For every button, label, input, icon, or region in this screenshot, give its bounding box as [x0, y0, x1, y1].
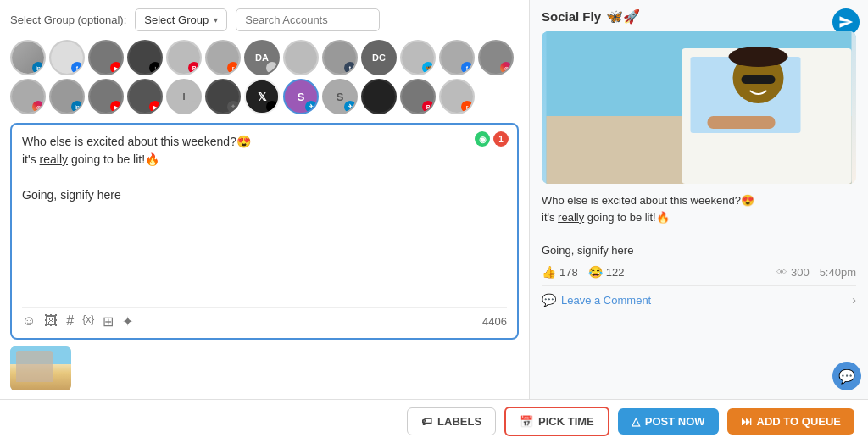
- account-avatar[interactable]: P: [166, 40, 202, 75]
- account-avatar[interactable]: f: [49, 40, 85, 75]
- post-now-button[interactable]: △ POST NOW: [618, 408, 719, 435]
- account-avatar[interactable]: ♪: [127, 40, 163, 75]
- account-avatar[interactable]: 𝕏: [244, 79, 280, 114]
- compose-toolbar: ☺ 🖼 # {x} ⊞ ✦ 4406: [22, 307, 507, 329]
- group-label: Select Group (optional):: [10, 14, 126, 26]
- account-avatar[interactable]: t: [322, 40, 358, 75]
- account-avatar[interactable]: I: [166, 79, 202, 114]
- compose-line1: Who else is excited about this weekend?😍: [22, 133, 507, 151]
- preview-image: [542, 31, 856, 184]
- account-avatar[interactable]: r: [205, 40, 241, 75]
- account-avatar[interactable]: P: [400, 79, 436, 114]
- account-avatar[interactable]: in: [49, 79, 85, 114]
- chevron-right-icon: ›: [852, 293, 856, 307]
- sparkle-icon[interactable]: ✦: [122, 313, 133, 329]
- time-stat: 5:40pm: [820, 266, 856, 279]
- account-avatar[interactable]: ◎: [10, 79, 46, 114]
- toolbar-icons: ☺ 🖼 # {x} ⊞ ✦: [22, 313, 133, 329]
- account-avatar[interactable]: S ✈: [283, 79, 319, 114]
- char-count: 4406: [482, 315, 507, 328]
- haha-stat: 😂 122: [588, 265, 625, 279]
- right-panel: Social Fly 🦋🚀: [530, 0, 868, 399]
- account-avatar[interactable]: ▶: [88, 79, 124, 114]
- svg-rect-8: [708, 116, 776, 129]
- preview-stats: 👍 178 😂 122 👁 300 5:40pm: [542, 265, 856, 279]
- account-avatar[interactable]: 🦋: [400, 40, 436, 75]
- compose-area[interactable]: ◉ 1 Who else is excited about this weeke…: [10, 123, 519, 340]
- labels-button[interactable]: 🏷 LABELS: [407, 407, 496, 435]
- send-icon: △: [632, 415, 640, 428]
- top-bar: Select Group (optional): Select Group ▾: [10, 8, 519, 31]
- select-group-button[interactable]: Select Group ▾: [135, 8, 227, 31]
- account-avatar[interactable]: DA: [244, 40, 280, 75]
- compose-line2: it's really going to be lit!🔥: [22, 151, 507, 169]
- preview-header: Social Fly 🦋🚀: [542, 8, 856, 25]
- thumbnail-row: [10, 346, 519, 390]
- comment-row[interactable]: 💬 Leave a Comment ›: [542, 285, 856, 313]
- emoji-icon[interactable]: ☺: [22, 313, 36, 329]
- preview-title: Social Fly: [542, 9, 601, 24]
- account-avatar[interactable]: DC: [361, 40, 397, 75]
- account-avatar[interactable]: ✦: [205, 79, 241, 114]
- labels-icon: 🏷: [421, 415, 432, 428]
- grid-icon[interactable]: ⊞: [103, 313, 114, 329]
- comment-label: Leave a Comment: [561, 294, 852, 307]
- compose-indicators: ◉ 1: [475, 131, 509, 147]
- bottom-bar: 🏷 LABELS 📅 PICK TIME △ POST NOW ⏭ ADD TO…: [0, 399, 868, 443]
- compose-text[interactable]: Who else is excited about this weekend?😍…: [22, 133, 507, 301]
- account-avatar[interactable]: in: [10, 40, 46, 75]
- calendar-icon: 📅: [520, 415, 533, 428]
- account-avatar[interactable]: r: [439, 79, 475, 114]
- select-group-text: Select Group: [144, 14, 209, 26]
- variable-icon[interactable]: {x}: [82, 313, 94, 329]
- account-avatar[interactable]: [283, 40, 319, 75]
- add-to-queue-button[interactable]: ⏭ ADD TO QUEUE: [727, 408, 854, 435]
- comment-icon: 💬: [542, 293, 556, 307]
- red-indicator: 1: [493, 131, 509, 147]
- views-stat: 👁 300: [776, 266, 810, 279]
- svg-rect-6: [737, 48, 780, 65]
- like-stat: 👍 178: [542, 265, 578, 279]
- compose-line4: Going, signify here: [22, 186, 507, 204]
- account-avatar[interactable]: ▶: [127, 79, 163, 114]
- pick-time-button[interactable]: 📅 PICK TIME: [504, 407, 609, 436]
- queue-icon: ⏭: [741, 415, 752, 428]
- left-panel: Select Group (optional): Select Group ▾ …: [0, 0, 530, 399]
- preview-text: Who else is excited about this weekend?😍…: [542, 192, 856, 258]
- account-avatar[interactable]: ▶: [88, 40, 124, 75]
- chevron-down-icon: ▾: [214, 15, 218, 25]
- account-avatar[interactable]: [361, 79, 397, 114]
- search-accounts-input[interactable]: [236, 8, 380, 31]
- account-avatar[interactable]: ◎: [478, 40, 514, 75]
- svg-rect-7: [742, 75, 776, 84]
- account-avatar[interactable]: S ✈: [322, 79, 358, 114]
- image-thumbnail[interactable]: [10, 346, 71, 390]
- accounts-grid: in f ▶ ♪ P r DA: [10, 40, 519, 114]
- chat-fab[interactable]: 💬: [832, 362, 861, 390]
- hashtag-icon[interactable]: #: [66, 313, 74, 329]
- image-icon[interactable]: 🖼: [44, 313, 58, 329]
- green-indicator: ◉: [475, 131, 490, 147]
- account-avatar[interactable]: f: [439, 40, 475, 75]
- preview-title-emoji: 🦋🚀: [606, 8, 640, 25]
